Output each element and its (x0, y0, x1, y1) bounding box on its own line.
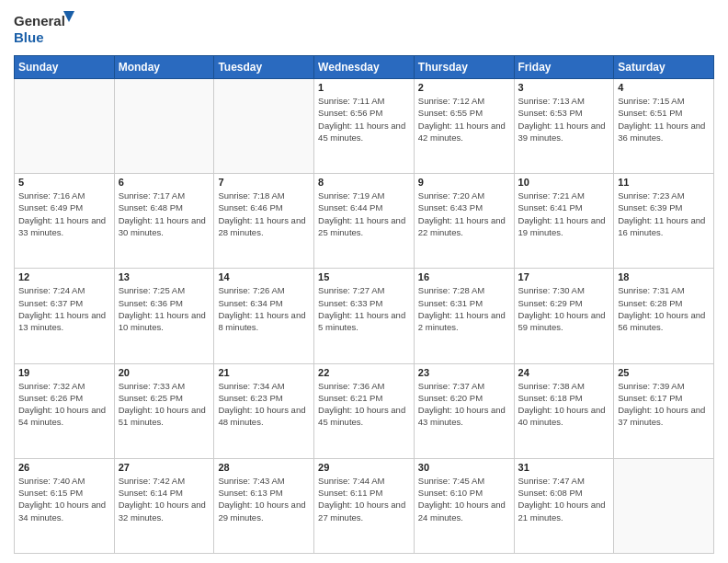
calendar-cell: 16Sunrise: 7:28 AM Sunset: 6:31 PM Dayli… (414, 269, 514, 363)
day-info: Sunrise: 7:16 AM Sunset: 6:49 PM Dayligh… (18, 190, 110, 238)
day-number: 16 (418, 271, 510, 282)
day-number: 25 (618, 367, 710, 378)
calendar-cell: 9Sunrise: 7:20 AM Sunset: 6:43 PM Daylig… (414, 174, 514, 269)
calendar-cell: 27Sunrise: 7:42 AM Sunset: 6:14 PM Dayli… (114, 458, 214, 553)
calendar-week-2: 5Sunrise: 7:16 AM Sunset: 6:49 PM Daylig… (15, 174, 714, 269)
day-number: 20 (119, 367, 210, 378)
day-number: 15 (318, 271, 410, 282)
day-info: Sunrise: 7:15 AM Sunset: 6:51 PM Dayligh… (618, 95, 710, 144)
day-info: Sunrise: 7:36 AM Sunset: 6:21 PM Dayligh… (318, 380, 410, 429)
day-number: 3 (518, 82, 610, 93)
day-header-saturday: Saturday (614, 56, 714, 79)
day-info: Sunrise: 7:47 AM Sunset: 6:08 PM Dayligh… (518, 475, 610, 523)
day-header-friday: Friday (514, 56, 614, 79)
calendar-cell: 8Sunrise: 7:19 AM Sunset: 6:44 PM Daylig… (314, 174, 415, 269)
day-number: 1 (318, 82, 410, 93)
calendar-cell (114, 79, 214, 174)
calendar-cell: 20Sunrise: 7:33 AM Sunset: 6:25 PM Dayli… (114, 363, 214, 458)
calendar-week-4: 19Sunrise: 7:32 AM Sunset: 6:26 PM Dayli… (15, 363, 714, 458)
day-header-tuesday: Tuesday (214, 56, 314, 79)
day-number: 13 (119, 271, 210, 282)
day-info: Sunrise: 7:11 AM Sunset: 6:56 PM Dayligh… (318, 95, 410, 144)
day-number: 31 (518, 462, 610, 473)
calendar-cell (214, 79, 314, 174)
day-info: Sunrise: 7:43 AM Sunset: 6:13 PM Dayligh… (218, 475, 310, 523)
day-number: 18 (618, 271, 710, 282)
calendar-cell: 15Sunrise: 7:27 AM Sunset: 6:33 PM Dayli… (314, 269, 415, 363)
calendar-cell: 31Sunrise: 7:47 AM Sunset: 6:08 PM Dayli… (514, 458, 614, 553)
day-info: Sunrise: 7:18 AM Sunset: 6:46 PM Dayligh… (218, 190, 310, 238)
day-info: Sunrise: 7:45 AM Sunset: 6:10 PM Dayligh… (418, 475, 510, 523)
svg-text:Blue: Blue (14, 29, 44, 45)
calendar-week-3: 12Sunrise: 7:24 AM Sunset: 6:37 PM Dayli… (15, 269, 714, 363)
day-info: Sunrise: 7:17 AM Sunset: 6:48 PM Dayligh… (119, 190, 210, 238)
day-number: 5 (18, 177, 110, 188)
day-number: 8 (318, 177, 410, 188)
day-info: Sunrise: 7:24 AM Sunset: 6:37 PM Dayligh… (18, 284, 110, 333)
day-info: Sunrise: 7:38 AM Sunset: 6:18 PM Dayligh… (518, 380, 610, 429)
calendar-cell: 22Sunrise: 7:36 AM Sunset: 6:21 PM Dayli… (314, 363, 415, 458)
calendar-cell: 11Sunrise: 7:23 AM Sunset: 6:39 PM Dayli… (614, 174, 714, 269)
day-header-monday: Monday (114, 56, 214, 79)
day-number: 30 (418, 462, 510, 473)
calendar-cell: 2Sunrise: 7:12 AM Sunset: 6:55 PM Daylig… (414, 79, 514, 174)
day-info: Sunrise: 7:31 AM Sunset: 6:28 PM Dayligh… (618, 284, 710, 333)
day-header-wednesday: Wednesday (314, 56, 415, 79)
header: GeneralBlue (14, 9, 714, 48)
day-number: 12 (18, 271, 110, 282)
day-number: 23 (418, 367, 510, 378)
logo: GeneralBlue (14, 9, 78, 48)
day-info: Sunrise: 7:23 AM Sunset: 6:39 PM Dayligh… (618, 190, 710, 238)
day-number: 4 (618, 82, 710, 93)
calendar-cell: 13Sunrise: 7:25 AM Sunset: 6:36 PM Dayli… (114, 269, 214, 363)
calendar-cell (15, 79, 115, 174)
day-number: 2 (418, 82, 510, 93)
calendar-cell: 10Sunrise: 7:21 AM Sunset: 6:41 PM Dayli… (514, 174, 614, 269)
calendar-cell: 29Sunrise: 7:44 AM Sunset: 6:11 PM Dayli… (314, 458, 415, 553)
day-info: Sunrise: 7:13 AM Sunset: 6:53 PM Dayligh… (518, 95, 610, 144)
day-number: 9 (418, 177, 510, 188)
day-number: 22 (318, 367, 410, 378)
day-info: Sunrise: 7:28 AM Sunset: 6:31 PM Dayligh… (418, 284, 510, 333)
calendar-cell: 26Sunrise: 7:40 AM Sunset: 6:15 PM Dayli… (15, 458, 115, 553)
calendar-cell: 25Sunrise: 7:39 AM Sunset: 6:17 PM Dayli… (614, 363, 714, 458)
day-number: 27 (119, 462, 210, 473)
page: GeneralBlue SundayMondayTuesdayWednesday… (0, 0, 728, 563)
calendar-cell: 17Sunrise: 7:30 AM Sunset: 6:29 PM Dayli… (514, 269, 614, 363)
calendar-cell: 14Sunrise: 7:26 AM Sunset: 6:34 PM Dayli… (214, 269, 314, 363)
day-info: Sunrise: 7:34 AM Sunset: 6:23 PM Dayligh… (218, 380, 310, 429)
day-header-thursday: Thursday (414, 56, 514, 79)
calendar-header-row: SundayMondayTuesdayWednesdayThursdayFrid… (15, 56, 714, 79)
day-number: 11 (618, 177, 710, 188)
calendar-cell: 24Sunrise: 7:38 AM Sunset: 6:18 PM Dayli… (514, 363, 614, 458)
day-info: Sunrise: 7:27 AM Sunset: 6:33 PM Dayligh… (318, 284, 410, 333)
day-info: Sunrise: 7:32 AM Sunset: 6:26 PM Dayligh… (18, 380, 110, 429)
calendar-cell (614, 458, 714, 553)
day-number: 29 (318, 462, 410, 473)
day-info: Sunrise: 7:39 AM Sunset: 6:17 PM Dayligh… (618, 380, 710, 429)
day-info: Sunrise: 7:19 AM Sunset: 6:44 PM Dayligh… (318, 190, 410, 238)
day-number: 10 (518, 177, 610, 188)
day-info: Sunrise: 7:42 AM Sunset: 6:14 PM Dayligh… (119, 475, 210, 523)
calendar-cell: 18Sunrise: 7:31 AM Sunset: 6:28 PM Dayli… (614, 269, 714, 363)
logo-svg: GeneralBlue (14, 9, 78, 48)
day-info: Sunrise: 7:37 AM Sunset: 6:20 PM Dayligh… (418, 380, 510, 429)
svg-text:General: General (14, 13, 65, 29)
calendar-cell: 3Sunrise: 7:13 AM Sunset: 6:53 PM Daylig… (514, 79, 614, 174)
day-info: Sunrise: 7:12 AM Sunset: 6:55 PM Dayligh… (418, 95, 510, 144)
day-info: Sunrise: 7:21 AM Sunset: 6:41 PM Dayligh… (518, 190, 610, 238)
calendar-cell: 1Sunrise: 7:11 AM Sunset: 6:56 PM Daylig… (314, 79, 415, 174)
calendar-cell: 21Sunrise: 7:34 AM Sunset: 6:23 PM Dayli… (214, 363, 314, 458)
calendar-cell: 23Sunrise: 7:37 AM Sunset: 6:20 PM Dayli… (414, 363, 514, 458)
day-number: 14 (218, 271, 310, 282)
day-info: Sunrise: 7:40 AM Sunset: 6:15 PM Dayligh… (18, 475, 110, 523)
day-number: 28 (218, 462, 310, 473)
day-number: 6 (119, 177, 210, 188)
calendar-table: SundayMondayTuesdayWednesdayThursdayFrid… (14, 55, 714, 554)
calendar-cell: 6Sunrise: 7:17 AM Sunset: 6:48 PM Daylig… (114, 174, 214, 269)
day-number: 19 (18, 367, 110, 378)
calendar-cell: 28Sunrise: 7:43 AM Sunset: 6:13 PM Dayli… (214, 458, 314, 553)
day-number: 17 (518, 271, 610, 282)
calendar-week-5: 26Sunrise: 7:40 AM Sunset: 6:15 PM Dayli… (15, 458, 714, 553)
day-header-sunday: Sunday (15, 56, 115, 79)
